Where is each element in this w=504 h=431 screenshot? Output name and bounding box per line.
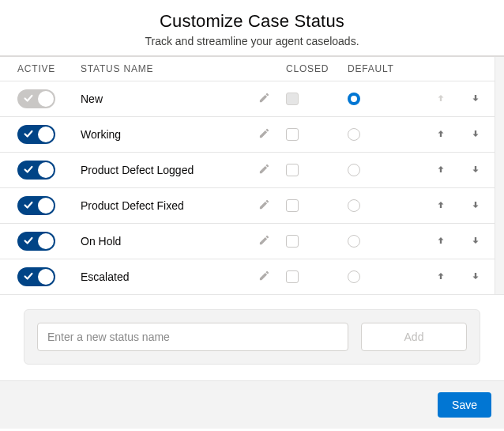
save-button[interactable]: Save	[438, 392, 491, 418]
edit-icon[interactable]	[258, 163, 270, 177]
move-up-icon[interactable]	[435, 270, 446, 284]
status-name-label: Escalated	[81, 270, 242, 283]
add-status-bar: Add	[24, 309, 480, 365]
active-toggle[interactable]	[17, 232, 55, 251]
move-down-icon[interactable]	[470, 93, 481, 106]
page-title: Customize Case Status	[9, 11, 495, 32]
check-icon	[23, 235, 31, 243]
move-up-icon	[435, 93, 446, 106]
scrollbar-track[interactable]	[495, 57, 504, 294]
move-down-icon[interactable]	[470, 199, 481, 213]
column-header-default: DEFAULT	[348, 63, 423, 74]
default-radio[interactable]	[348, 164, 360, 176]
toggle-knob	[38, 91, 54, 107]
table-row: Product Defect Fixed	[0, 187, 504, 223]
add-status-button[interactable]: Add	[361, 323, 467, 351]
toggle-knob	[38, 127, 54, 142]
closed-checkbox[interactable]	[286, 164, 299, 176]
table-row: New	[0, 81, 504, 116]
status-name-label: Product Defect Logged	[81, 164, 242, 176]
toggle-knob	[38, 198, 54, 214]
move-down-icon[interactable]	[470, 128, 481, 142]
default-radio[interactable]	[348, 93, 360, 105]
status-table: ACTIVE STATUS NAME CLOSED DEFAULT NewWor…	[0, 55, 504, 295]
column-header-closed: CLOSED	[286, 63, 348, 74]
default-radio[interactable]	[348, 270, 360, 283]
toggle-knob	[38, 269, 54, 285]
check-icon	[23, 128, 31, 136]
edit-icon[interactable]	[258, 270, 270, 284]
table-row: Working	[0, 116, 504, 152]
closed-checkbox	[286, 93, 299, 105]
active-toggle[interactable]	[17, 196, 55, 215]
default-radio[interactable]	[348, 235, 360, 248]
check-icon	[23, 164, 31, 172]
move-down-icon[interactable]	[470, 270, 481, 284]
page-subtitle: Track and streamline your agent caseload…	[9, 35, 495, 47]
edit-icon[interactable]	[258, 198, 270, 213]
active-toggle	[17, 89, 55, 108]
status-name-label: Working	[81, 128, 242, 141]
page-header: Customize Case Status Track and streamli…	[0, 0, 504, 55]
move-up-icon[interactable]	[435, 235, 446, 248]
column-header-name: STATUS NAME	[81, 63, 242, 74]
toggle-knob	[38, 233, 54, 249]
active-toggle[interactable]	[17, 161, 55, 180]
closed-checkbox[interactable]	[286, 270, 299, 283]
status-name-label: New	[81, 93, 242, 105]
check-icon	[23, 199, 31, 207]
table-row: On Hold	[0, 223, 504, 259]
move-down-icon[interactable]	[470, 164, 481, 177]
closed-checkbox[interactable]	[286, 199, 299, 212]
edit-icon[interactable]	[258, 92, 270, 106]
closed-checkbox[interactable]	[286, 128, 299, 141]
active-toggle[interactable]	[17, 267, 55, 286]
check-icon	[23, 270, 31, 278]
move-up-icon[interactable]	[435, 164, 446, 177]
active-toggle[interactable]	[17, 125, 55, 144]
check-icon	[23, 93, 31, 100]
footer-bar: Save	[0, 380, 504, 429]
new-status-input[interactable]	[37, 323, 348, 351]
toggle-knob	[38, 162, 54, 178]
status-name-label: On Hold	[81, 235, 242, 248]
status-name-label: Product Defect Fixed	[81, 199, 242, 212]
closed-checkbox[interactable]	[286, 235, 299, 248]
default-radio[interactable]	[348, 199, 360, 212]
table-row: Product Defect Logged	[0, 152, 504, 187]
column-header-active: ACTIVE	[17, 63, 81, 74]
table-row: Escalated	[0, 259, 504, 294]
table-header-row: ACTIVE STATUS NAME CLOSED DEFAULT	[0, 57, 504, 81]
edit-icon[interactable]	[258, 234, 270, 248]
move-down-icon[interactable]	[470, 235, 481, 248]
move-up-icon[interactable]	[435, 128, 446, 142]
move-up-icon[interactable]	[435, 199, 446, 213]
default-radio[interactable]	[348, 128, 360, 141]
edit-icon[interactable]	[258, 127, 270, 142]
